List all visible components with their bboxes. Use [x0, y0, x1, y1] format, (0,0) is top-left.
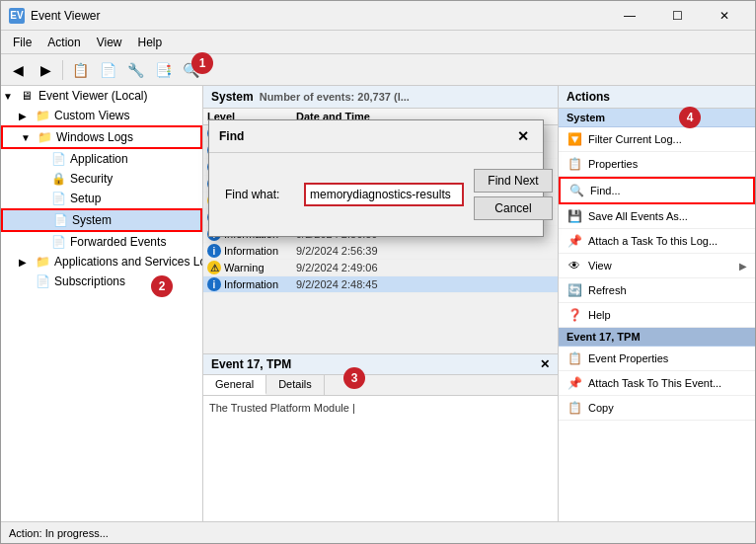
action-refresh[interactable]: 🔄 Refresh — [559, 278, 755, 303]
event-properties-icon: 📋 — [567, 350, 582, 366]
copy-icon: 📋 — [567, 400, 582, 416]
find-dialog-body: Find what: Find Next Cancel — [209, 153, 543, 236]
event-row[interactable]: ⚠ Warning 9/2/2024 2:49:06 — [203, 260, 558, 276]
expand-icon-as: ▶ — [19, 257, 35, 268]
action-help[interactable]: ❓ Help — [559, 303, 755, 328]
sidebar-item-custom-views[interactable]: ▶ 📁 Custom Views — [1, 106, 202, 125]
status-text: Action: In progress... — [9, 527, 109, 539]
menu-file[interactable]: File — [5, 34, 39, 51]
find-dialog-title-text: Find — [219, 129, 244, 143]
expand-icon-wl: ▼ — [21, 132, 37, 143]
action-label-find: Find... — [590, 185, 621, 196]
action-event-properties[interactable]: 📋 Event Properties — [559, 347, 755, 371]
expand-icon-cv: ▶ — [19, 111, 35, 121]
toolbar-btn4[interactable]: 📑 — [150, 58, 176, 82]
toolbar-btn3[interactable]: 🔧 — [122, 58, 148, 82]
sidebar-item-app-services[interactable]: ▶ 📁 Applications and Services Lo... — [1, 252, 202, 272]
sidebar-label-security: Security — [70, 172, 113, 186]
warn-icon: ⚠ — [207, 261, 221, 274]
menu-help[interactable]: Help — [130, 34, 171, 51]
action-copy[interactable]: 📋 Copy — [559, 396, 755, 421]
detail-tabs: General Details — [203, 375, 558, 396]
sidebar-label-application: Application — [70, 152, 128, 166]
maximize-button[interactable]: ☐ — [654, 4, 700, 28]
close-button[interactable]: ✕ — [702, 4, 747, 28]
sidebar-item-forwarded[interactable]: 📄 Forwarded Events — [1, 232, 202, 252]
toolbar-back[interactable]: ◀ — [5, 58, 31, 82]
find-dialog-title: Find ✕ — [209, 120, 543, 153]
sidebar-label-root: Event Viewer (Local) — [38, 89, 148, 103]
sidebar-item-root[interactable]: ▼ 🖥 Event Viewer (Local) — [1, 86, 202, 106]
menu-action[interactable]: Action — [39, 34, 88, 51]
action-label-help: Help — [588, 309, 611, 321]
info-icon: i — [207, 244, 221, 258]
sidebar-item-windows-logs[interactable]: ▼ 📁 Windows Logs — [1, 125, 202, 149]
event-count: Number of events: 20,737 (l... — [260, 91, 410, 103]
action-save-all[interactable]: 💾 Save All Events As... — [559, 204, 755, 229]
find-dialog-close[interactable]: ✕ — [513, 126, 533, 146]
action-attach-task-event[interactable]: 📌 Attach Task To This Event... — [559, 371, 755, 396]
window-title: Event Viewer — [31, 9, 607, 23]
find-what-row: Find what: Find Next Cancel — [225, 169, 527, 220]
event-detail-title: Event 17, TPM — [211, 357, 291, 371]
system-icon: 📄 — [52, 212, 68, 228]
action-label-save-all: Save All Events As... — [588, 210, 688, 222]
toolbar-btn2[interactable]: 📄 — [95, 58, 120, 82]
sidebar-item-application[interactable]: 📄 Application — [1, 149, 202, 169]
toolbar: ◀ ▶ 📋 📄 🔧 📑 🔍 — [1, 54, 755, 86]
action-filter[interactable]: 🔽 Filter Current Log... — [559, 127, 755, 152]
security-icon: 🔒 — [50, 171, 66, 187]
action-label-refresh: Refresh — [588, 284, 627, 296]
toolbar-btn5[interactable]: 🔍 — [178, 58, 203, 82]
action-label-attach-task: Attach a Task To this Log... — [588, 235, 718, 247]
action-attach-task[interactable]: 📌 Attach a Task To this Log... — [559, 229, 755, 254]
sidebar-item-subscriptions[interactable]: 📄 Subscriptions — [1, 272, 202, 291]
sidebar-item-system[interactable]: 📄 System — [1, 208, 202, 232]
event-row[interactable]: i Information 9/2/2024 2:56:39 — [203, 243, 558, 260]
event-date: 9/2/2024 2:48:45 — [292, 278, 558, 290]
tab-details[interactable]: Details — [266, 375, 325, 395]
sidebar-label-forwarded: Forwarded Events — [70, 235, 166, 249]
toolbar-forward[interactable]: ▶ — [33, 58, 58, 82]
sidebar-label-setup: Setup — [70, 192, 101, 205]
actions-system-group: System — [559, 109, 755, 127]
setup-icon: 📄 — [50, 191, 66, 206]
action-label-attach-task-event: Attach Task To This Event... — [588, 377, 721, 389]
action-label-event-properties: Event Properties — [588, 352, 668, 364]
toolbar-btn1[interactable]: 📋 — [67, 58, 93, 82]
status-bar: Action: In progress... — [1, 521, 755, 543]
action-find[interactable]: 🔍 Find... — [559, 177, 755, 204]
action-properties[interactable]: 📋 Properties — [559, 152, 755, 177]
find-buttons: Find Next Cancel — [474, 169, 553, 220]
find-what-input[interactable] — [304, 183, 464, 206]
help-icon: ❓ — [567, 307, 582, 323]
find-next-button[interactable]: Find Next — [474, 169, 553, 193]
tab-general[interactable]: General — [203, 375, 266, 395]
sidebar-label-subscriptions: Subscriptions — [54, 274, 125, 288]
windows-logs-icon: 📁 — [37, 129, 52, 145]
menu-bar: File Action View Help — [1, 31, 755, 54]
menu-view[interactable]: View — [89, 34, 130, 51]
action-view[interactable]: 👁 View ▶ — [559, 254, 755, 278]
sidebar-item-setup[interactable]: 📄 Setup — [1, 189, 202, 208]
minimize-button[interactable]: — — [607, 4, 652, 28]
action-label-copy: Copy — [588, 402, 614, 414]
sidebar-item-security[interactable]: 🔒 Security — [1, 169, 202, 189]
actions-pane: Actions System 🔽 Filter Current Log... 📋… — [558, 86, 755, 521]
cancel-button[interactable]: Cancel — [474, 196, 553, 220]
event-detail-content: The Trusted Platform Module | — [203, 396, 558, 521]
application-icon: 📄 — [50, 151, 66, 167]
find-dialog[interactable]: Find ✕ Find what: Find Next Cancel — [208, 119, 544, 237]
info-icon: i — [207, 277, 221, 291]
event-detail-pane: Event 17, TPM ✕ General Details The Trus… — [203, 353, 558, 521]
subscriptions-icon: 📄 — [35, 273, 50, 289]
view-arrow-icon: ▶ — [739, 261, 747, 272]
event-list-header: System Number of events: 20,737 (l... — [203, 86, 558, 109]
app-icon: EV — [9, 8, 25, 24]
properties-icon: 📋 — [567, 156, 582, 172]
event-row-selected[interactable]: i Information 9/2/2024 2:48:45 — [203, 276, 558, 293]
action-label-view: View — [588, 260, 612, 272]
event-level: i Information — [203, 277, 292, 291]
expand-icon: ▼ — [3, 91, 19, 102]
event-detail-close[interactable]: ✕ — [540, 357, 550, 371]
